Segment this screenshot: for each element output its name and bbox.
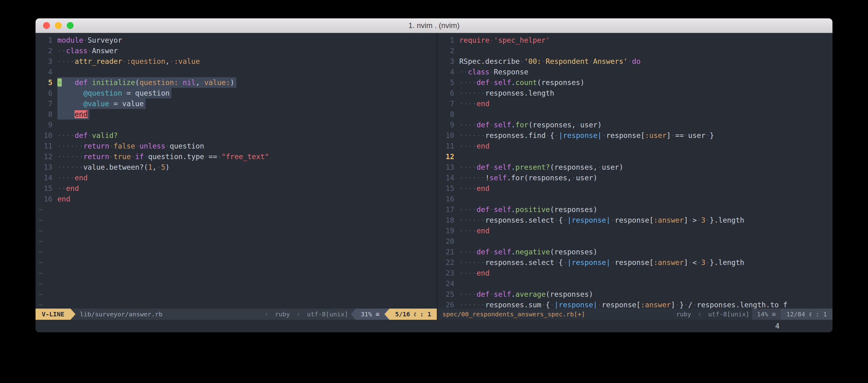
code-line[interactable]: 25····def·self.average(responses) — [437, 289, 833, 300]
code-line[interactable]: 8 — [437, 109, 833, 119]
code-text: ····end — [459, 225, 490, 236]
code-line[interactable]: 6······@question·=·question — [35, 88, 437, 98]
code-text: ····def·self.negative(responses) — [459, 247, 597, 257]
line-number: 1 — [35, 35, 57, 45]
tilde-marker: ~ — [35, 204, 43, 215]
traffic-lights — [43, 22, 73, 29]
chevron-separator-icon — [292, 309, 304, 320]
code-line[interactable]: 13······value.between?(1,·5) — [35, 162, 437, 173]
tilde-marker: ~ — [35, 289, 43, 300]
line-number: 5 — [35, 77, 57, 88]
code-text: ····end — [459, 98, 490, 109]
line-number: 15 — [35, 183, 57, 194]
code-line[interactable]: 9····def·self.for(responses,·user) — [437, 119, 833, 130]
line-number: 24 — [437, 278, 459, 289]
code-line[interactable]: 12 — [437, 151, 833, 162]
code-line[interactable]: 23····end — [437, 268, 833, 278]
code-line[interactable]: 3RSpec.describe·'00:·Respondent·Answers'… — [437, 56, 833, 67]
code-line[interactable]: 12······return·true·if·question.type·==·… — [35, 151, 437, 162]
minimize-button[interactable] — [55, 22, 62, 29]
code-line[interactable]: 8····end — [35, 109, 437, 119]
code-line[interactable]: 10······responses.find·{·|response|·resp… — [437, 130, 833, 141]
left-editor-pane[interactable]: 1module·Surveyor2··class·Answer3····attr… — [35, 33, 437, 320]
code-text: ····end — [57, 173, 88, 183]
code-line[interactable]: 7······@value·=·value — [35, 98, 437, 109]
code-line[interactable]: 11······return·false·unless·question — [35, 141, 437, 151]
code-line[interactable]: 2 — [437, 45, 833, 56]
close-button[interactable] — [43, 22, 50, 29]
right-cursor-position: 12/84 ℓ : 1 — [781, 309, 833, 320]
code-text: ····end — [459, 141, 490, 151]
line-number: 25 — [437, 289, 459, 300]
line-number: 14 — [35, 173, 57, 183]
code-line[interactable]: 5····def·self.count(responses) — [437, 77, 833, 88]
titlebar[interactable]: 1. nvim . (nvim) — [35, 19, 833, 33]
tilde-row: ~ — [35, 247, 437, 257]
code-text: ····end — [459, 268, 490, 278]
code-text: RSpec.describe·'00:·Respondent·Answers'·… — [459, 56, 641, 67]
line-number: 13 — [35, 162, 57, 173]
code-line[interactable]: 16 — [437, 194, 833, 204]
right-editor-pane[interactable]: 1require·'spec_helper'23RSpec.describe·'… — [437, 33, 833, 320]
code-line[interactable]: 21····def·self.negative(responses) — [437, 247, 833, 257]
tilde-row: ~ — [35, 204, 437, 215]
code-line[interactable]: 4 — [35, 67, 437, 77]
code-text: ····def·valid? — [57, 130, 118, 141]
line-number: 6 — [35, 88, 57, 98]
code-line[interactable]: 19····end — [437, 225, 833, 236]
code-line[interactable]: 5····def·initialize(question:·nil,·value… — [35, 77, 437, 88]
tilde-row: ~ — [35, 289, 437, 300]
line-number: 13 — [437, 162, 459, 173]
code-line[interactable]: 7····end — [437, 98, 833, 109]
tilde-row: ~ — [35, 300, 437, 309]
right-scroll-percent: 14% ≡ — [752, 309, 781, 320]
statusline-spacer — [162, 309, 260, 320]
code-line[interactable]: 9 — [35, 119, 437, 130]
code-line[interactable]: 6······responses.length — [437, 88, 833, 98]
code-line[interactable]: 15····end — [437, 183, 833, 194]
line-number: 21 — [437, 247, 459, 257]
code-text: ····def·self.present?(responses,·user) — [459, 162, 623, 173]
tilde-row: ~ — [35, 257, 437, 268]
code-text: ··class·Answer — [57, 45, 118, 56]
line-number: 15 — [437, 183, 459, 194]
code-line[interactable]: 14······!self.for(responses,·user) — [437, 173, 833, 183]
line-number: 1 — [437, 35, 459, 45]
code-line[interactable]: 3····attr_reader·:question,·:value — [35, 56, 437, 67]
code-text: ····end — [57, 109, 90, 119]
line-number: 9 — [35, 119, 57, 130]
code-line[interactable]: 24 — [437, 278, 833, 289]
line-number: 3 — [437, 56, 459, 67]
right-statusline: spec/00_respondents_answers_spec.rb[+] r… — [437, 309, 833, 320]
right-code-area[interactable]: 1require·'spec_helper'23RSpec.describe·'… — [437, 33, 833, 309]
code-line[interactable]: 11····end — [437, 141, 833, 151]
code-line[interactable]: 18······responses.select·{·|response|·re… — [437, 215, 833, 225]
code-line[interactable]: 2··class·Answer — [35, 45, 437, 56]
code-line[interactable]: 26······responses.sum·{·|response|·respo… — [437, 300, 833, 309]
left-code-area[interactable]: 1module·Surveyor2··class·Answer3····attr… — [35, 33, 437, 309]
command-line[interactable]: 4 — [35, 320, 833, 332]
code-line[interactable]: 20 — [437, 236, 833, 247]
tilde-marker: ~ — [35, 247, 43, 257]
line-number: 16 — [35, 194, 57, 204]
code-line[interactable]: 22······responses.select·{·|response|·re… — [437, 257, 833, 268]
code-line[interactable]: 16end — [35, 194, 437, 204]
code-line[interactable]: 1module·Surveyor — [35, 35, 437, 45]
code-line[interactable]: 13····def·self.present?(responses,·user) — [437, 162, 833, 173]
tilde-row: ~ — [35, 215, 437, 225]
code-line[interactable]: 17····def·self.positive(responses) — [437, 204, 833, 215]
code-line[interactable]: 15··end — [35, 183, 437, 194]
editor-splits: 1module·Surveyor2··class·Answer3····attr… — [35, 33, 833, 320]
code-text: ····def·self.average(responses) — [459, 289, 593, 300]
tilde-marker: ~ — [35, 215, 43, 225]
line-number: 19 — [437, 225, 459, 236]
zoom-button[interactable] — [67, 22, 73, 29]
tilde-row: ~ — [35, 225, 437, 236]
code-line[interactable]: 4··class·Response — [437, 67, 833, 77]
code-line[interactable]: 10····def·valid? — [35, 130, 437, 141]
code-line[interactable]: 14····end — [35, 173, 437, 183]
code-line[interactable]: 1require·'spec_helper' — [437, 35, 833, 45]
line-number: 6 — [437, 88, 459, 98]
line-number: 11 — [437, 141, 459, 151]
line-number: 18 — [437, 215, 459, 225]
